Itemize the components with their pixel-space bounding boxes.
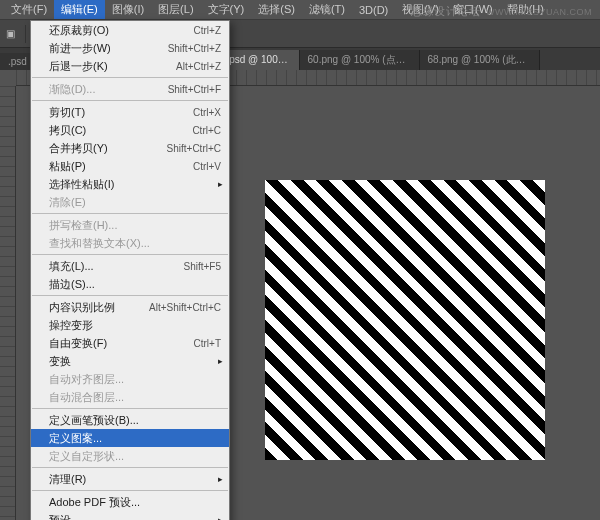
menu-item[interactable]: 描边(S)...: [31, 275, 229, 293]
watermark: 思缘设计论坛 WWW.MISSYUAN.COM: [411, 4, 592, 19]
menu-选择S[interactable]: 选择(S): [251, 0, 302, 19]
menu-编辑E[interactable]: 编辑(E): [54, 0, 105, 19]
menu-图层L[interactable]: 图层(L): [151, 0, 200, 19]
menu-item-label: 定义画笔预设(B)...: [49, 413, 221, 428]
menu-item-label: 还原裁剪(O): [49, 23, 194, 38]
menu-item-shortcut: Ctrl+C: [192, 125, 221, 136]
document-tab[interactable]: 60.png @ 100% (点击这个,...: [300, 50, 420, 70]
menu-item-label: 自由变换(F): [49, 336, 194, 351]
menu-滤镜T[interactable]: 滤镜(T): [302, 0, 352, 19]
menu-item: 清除(E): [31, 193, 229, 211]
document-tab[interactable]: 68.png @ 100% (此处...: [420, 50, 540, 70]
menu-item[interactable]: 填充(L)...Shift+F5: [31, 257, 229, 275]
menu-item: 拼写检查(H)...: [31, 216, 229, 234]
menu-item-shortcut: Ctrl+Z: [194, 25, 222, 36]
menu-item-label: 变换: [49, 354, 221, 369]
menu-3DD[interactable]: 3D(D): [352, 2, 395, 18]
menu-文件F[interactable]: 文件(F): [4, 0, 54, 19]
menu-item[interactable]: 变换: [31, 352, 229, 370]
menu-item[interactable]: 粘贴(P)Ctrl+V: [31, 157, 229, 175]
menu-item-label: 选择性粘贴(I): [49, 177, 221, 192]
menu-item[interactable]: 还原裁剪(O)Ctrl+Z: [31, 21, 229, 39]
menu-item-label: 合并拷贝(Y): [49, 141, 167, 156]
menu-item[interactable]: 拷贝(C)Ctrl+C: [31, 121, 229, 139]
menu-item-label: 定义自定形状...: [49, 449, 221, 464]
menu-item-label: 定义图案...: [49, 431, 221, 446]
menu-item-label: Adobe PDF 预设...: [49, 495, 221, 510]
menu-item-label: 拼写检查(H)...: [49, 218, 221, 233]
ruler-vertical: [0, 86, 16, 520]
menu-item-label: 清除(E): [49, 195, 221, 210]
menu-item[interactable]: 后退一步(K)Alt+Ctrl+Z: [31, 57, 229, 75]
menu-item[interactable]: 剪切(T)Ctrl+X: [31, 103, 229, 121]
menu-item-shortcut: Ctrl+T: [194, 338, 222, 349]
canvas-content-stripes: [265, 180, 545, 460]
tool-icon: ▣: [6, 28, 15, 39]
menu-item[interactable]: 合并拷贝(Y)Shift+Ctrl+C: [31, 139, 229, 157]
menu-item-label: 拷贝(C): [49, 123, 192, 138]
menu-item[interactable]: Adobe PDF 预设...: [31, 493, 229, 511]
menu-item: 自动对齐图层...: [31, 370, 229, 388]
menu-item[interactable]: 自由变换(F)Ctrl+T: [31, 334, 229, 352]
menu-item-shortcut: Ctrl+X: [193, 107, 221, 118]
menu-item[interactable]: 内容识别比例Alt+Shift+Ctrl+C: [31, 298, 229, 316]
menu-item-shortcut: Ctrl+V: [193, 161, 221, 172]
menu-item-shortcut: Shift+Ctrl+C: [167, 143, 221, 154]
menu-item: 渐隐(D)...Shift+Ctrl+F: [31, 80, 229, 98]
menu-item-label: 后退一步(K): [49, 59, 176, 74]
menu-图像I[interactable]: 图像(I): [105, 0, 151, 19]
menu-item[interactable]: 操控变形: [31, 316, 229, 334]
menu-item-shortcut: Shift+Ctrl+Z: [168, 43, 221, 54]
menu-item-label: 描边(S)...: [49, 277, 221, 292]
menu-item-label: 填充(L)...: [49, 259, 183, 274]
menu-item-label: 内容识别比例: [49, 300, 149, 315]
menu-item-shortcut: Alt+Shift+Ctrl+C: [149, 302, 221, 313]
menu-item-label: 清理(R): [49, 472, 221, 487]
menu-item-label: 渐隐(D)...: [49, 82, 168, 97]
menu-item[interactable]: 清理(R): [31, 470, 229, 488]
menu-item-shortcut: Alt+Ctrl+Z: [176, 61, 221, 72]
menu-item[interactable]: 定义图案...: [31, 429, 229, 447]
menu-item-label: 剪切(T): [49, 105, 193, 120]
menu-item-label: 前进一步(W): [49, 41, 168, 56]
menu-item: 定义自定形状...: [31, 447, 229, 465]
menu-item-label: 操控变形: [49, 318, 221, 333]
menu-item: 查找和替换文本(X)...: [31, 234, 229, 252]
menu-item-shortcut: Shift+F5: [183, 261, 221, 272]
menu-item[interactable]: 定义画笔预设(B)...: [31, 411, 229, 429]
menu-item-label: 自动对齐图层...: [49, 372, 221, 387]
menu-item-label: 粘贴(P): [49, 159, 193, 174]
menu-item[interactable]: 前进一步(W)Shift+Ctrl+Z: [31, 39, 229, 57]
menu-item-label: 查找和替换文本(X)...: [49, 236, 221, 251]
menu-item-label: 预设: [49, 513, 221, 521]
menu-item[interactable]: 预设: [31, 511, 229, 520]
menu-文字Y[interactable]: 文字(Y): [201, 0, 252, 19]
menu-item: 自动混合图层...: [31, 388, 229, 406]
menu-item[interactable]: 选择性粘贴(I): [31, 175, 229, 193]
menu-item-shortcut: Shift+Ctrl+F: [168, 84, 221, 95]
edit-menu-dropdown: 还原裁剪(O)Ctrl+Z前进一步(W)Shift+Ctrl+Z后退一步(K)A…: [30, 20, 230, 520]
menu-item-label: 自动混合图层...: [49, 390, 221, 405]
